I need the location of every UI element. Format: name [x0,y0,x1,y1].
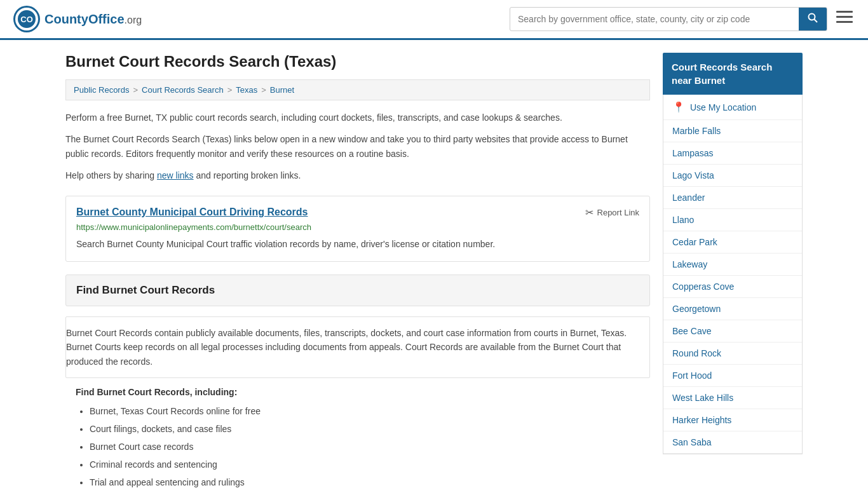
logo-brand: CountyOffice [44,12,125,26]
find-list-item: Criminal records and sentencing [90,456,640,473]
find-list: Burnet, Texas Court Records online for f… [76,402,640,488]
logo-area: CO CountyOffice.org [13,5,142,33]
sidebar-body: 📍 Use My Location Marble FallsLampasasLa… [663,95,803,454]
find-section-title: Find Burnet Court Records [76,284,639,297]
svg-rect-8 [836,21,853,23]
main-container: Burnet Court Records Search (Texas) Publ… [53,40,815,488]
sidebar-link[interactable]: Cedar Park [663,231,802,254]
intro-text: Perform a free Burnet, TX public court r… [65,111,650,125]
header-right [510,7,855,31]
search-icon [808,13,818,23]
record-card-header: Burnet County Municipal Court Driving Re… [76,207,639,219]
report-link-button[interactable]: ✂ Report Link [585,207,639,219]
breadcrumb-sep-1: > [133,85,138,95]
breadcrumb-texas[interactable]: Texas [236,85,257,95]
use-my-location[interactable]: 📍 Use My Location [663,95,802,120]
sidebar-link[interactable]: Lampasas [663,142,802,165]
help-suffix: and reporting broken links. [196,170,301,180]
find-including: Find Burnet Court Records, including: Bu… [65,387,650,488]
svg-rect-6 [836,11,853,13]
sidebar-link[interactable]: Leander [663,187,802,209]
sidebar-link[interactable]: San Saba [663,431,802,454]
help-prefix: Help others by sharing [65,170,154,180]
find-section: Find Burnet Court Records [65,274,650,306]
search-input[interactable] [510,9,799,29]
report-icon: ✂ [585,207,593,219]
search-button[interactable] [799,8,827,30]
svg-text:CO: CO [20,15,33,24]
find-list-item: Burnet, Texas Court Records online for f… [90,402,640,420]
location-pin-icon: 📍 [672,101,685,113]
sidebar: Court Records Search near Burnet 📍 Use M… [663,53,803,488]
content-area: Burnet Court Records Search (Texas) Publ… [65,53,650,488]
sidebar-link[interactable]: Fort Hood [663,365,802,387]
sidebar-link[interactable]: Georgetown [663,298,802,320]
find-list-item: Court filings, dockets, and case files [90,420,640,438]
use-my-location-label: Use My Location [690,102,756,112]
sidebar-link[interactable]: Harker Heights [663,409,802,431]
breadcrumb-sep-2: > [227,85,233,95]
breadcrumb-public-records[interactable]: Public Records [74,85,129,95]
header: CO CountyOffice.org [0,0,868,40]
sidebar-header: Court Records Search near Burnet [663,53,803,95]
sidebar-link[interactable]: Bee Cave [663,320,802,342]
sidebar-link[interactable]: Round Rock [663,342,802,365]
page-title: Burnet Court Records Search (Texas) [65,53,650,71]
find-including-title: Find Burnet Court Records, including: [76,387,640,397]
hamburger-icon [836,11,853,24]
breadcrumb-court-records-search[interactable]: Court Records Search [142,85,224,95]
help-text: Help others by sharing new links and rep… [65,168,650,182]
menu-icon[interactable] [834,8,855,30]
sidebar-link[interactable]: Lakeway [663,254,802,276]
breadcrumb-burnet[interactable]: Burnet [270,85,294,95]
sidebar-links: Marble FallsLampasasLago VistaLeanderLla… [663,120,802,454]
sidebar-link[interactable]: Llano [663,209,802,231]
find-list-item: Burnet Court case records [90,438,640,456]
breadcrumb: Public Records > Court Records Search > … [65,79,650,100]
breadcrumb-sep-3: > [261,85,266,95]
record-desc: Search Burnet County Municipal Court tra… [76,237,639,251]
logo-suffix: .org [125,15,142,25]
sidebar-link[interactable]: Copperas Cove [663,276,802,298]
third-party-text: The Burnet Court Records Search (Texas) … [65,132,650,161]
search-bar-container [510,7,827,31]
record-title[interactable]: Burnet County Municipal Court Driving Re… [76,207,308,218]
report-link-label: Report Link [597,208,639,217]
find-desc: Burnet Court Records contain publicly av… [65,316,650,378]
svg-rect-7 [836,16,853,18]
record-card: Burnet County Municipal Court Driving Re… [65,196,650,262]
sidebar-link[interactable]: Marble Falls [663,120,802,142]
record-url[interactable]: https://www.municipalonlinepayments.com/… [76,222,639,232]
logo-icon: CO [13,5,41,33]
logo-text-area: CountyOffice.org [44,12,142,27]
sidebar-link[interactable]: Lago Vista [663,165,802,187]
new-links[interactable]: new links [157,170,194,180]
svg-line-5 [814,19,817,22]
sidebar-link[interactable]: West Lake Hills [663,387,802,409]
find-list-item: Trial and appeal sentencing and rulings [90,473,640,488]
